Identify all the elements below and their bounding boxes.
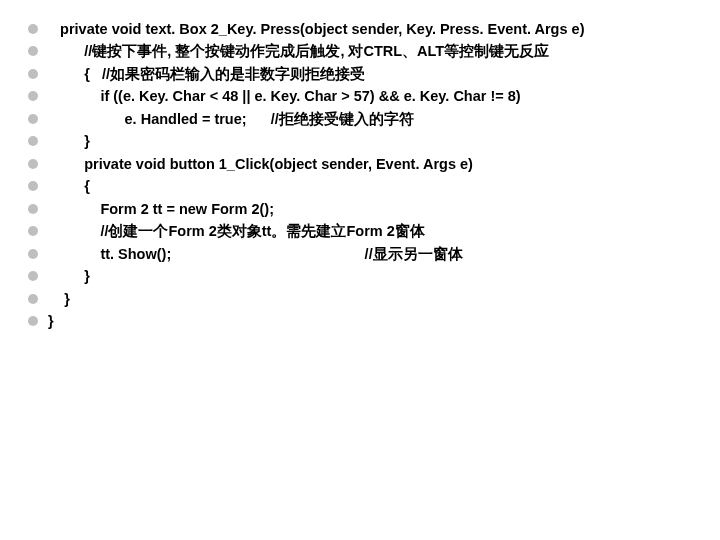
code-text: }	[48, 265, 692, 287]
code-line: }	[28, 130, 692, 152]
bullet-icon	[28, 271, 38, 281]
code-text: private void text. Box 2_Key. Press(obje…	[48, 18, 692, 40]
bullet-icon	[28, 294, 38, 304]
bullet-icon	[28, 24, 38, 34]
code-line: tt. Show(); //显示另一窗体	[28, 243, 692, 265]
code-text: tt. Show(); //显示另一窗体	[48, 243, 692, 265]
code-line: {	[28, 175, 692, 197]
bullet-icon	[28, 226, 38, 236]
code-text: //键按下事件, 整个按键动作完成后触发, 对CTRL、ALT等控制键无反应	[48, 40, 692, 62]
bullet-icon	[28, 91, 38, 101]
code-line: e. Handled = true; //拒绝接受键入的字符	[28, 108, 692, 130]
code-text: if ((e. Key. Char < 48 || e. Key. Char >…	[48, 85, 692, 107]
code-line: { //如果密码栏输入的是非数字则拒绝接受	[28, 63, 692, 85]
bullet-icon	[28, 69, 38, 79]
code-line: //创建一个Form 2类对象tt。需先建立Form 2窗体	[28, 220, 692, 242]
bullet-icon	[28, 249, 38, 259]
code-line: }	[28, 288, 692, 310]
bullet-icon	[28, 159, 38, 169]
bullet-icon	[28, 204, 38, 214]
bullet-icon	[28, 181, 38, 191]
code-text: {	[48, 175, 692, 197]
bullet-icon	[28, 114, 38, 124]
slide-content: private void text. Box 2_Key. Press(obje…	[0, 0, 720, 351]
code-text: }	[48, 130, 692, 152]
code-line: Form 2 tt = new Form 2();	[28, 198, 692, 220]
code-line: //键按下事件, 整个按键动作完成后触发, 对CTRL、ALT等控制键无反应	[28, 40, 692, 62]
code-line: if ((e. Key. Char < 48 || e. Key. Char >…	[28, 85, 692, 107]
code-text: }	[48, 310, 692, 332]
bullet-icon	[28, 316, 38, 326]
code-text: //创建一个Form 2类对象tt。需先建立Form 2窗体	[48, 220, 692, 242]
code-text: { //如果密码栏输入的是非数字则拒绝接受	[48, 63, 692, 85]
code-text: e. Handled = true; //拒绝接受键入的字符	[48, 108, 692, 130]
code-text: Form 2 tt = new Form 2();	[48, 198, 692, 220]
code-text: }	[48, 288, 692, 310]
bullet-icon	[28, 46, 38, 56]
code-line: }	[28, 265, 692, 287]
code-line: private void button 1_Click(object sende…	[28, 153, 692, 175]
code-line: }	[28, 310, 692, 332]
code-text: private void button 1_Click(object sende…	[48, 153, 692, 175]
code-line: private void text. Box 2_Key. Press(obje…	[28, 18, 692, 40]
bullet-icon	[28, 136, 38, 146]
